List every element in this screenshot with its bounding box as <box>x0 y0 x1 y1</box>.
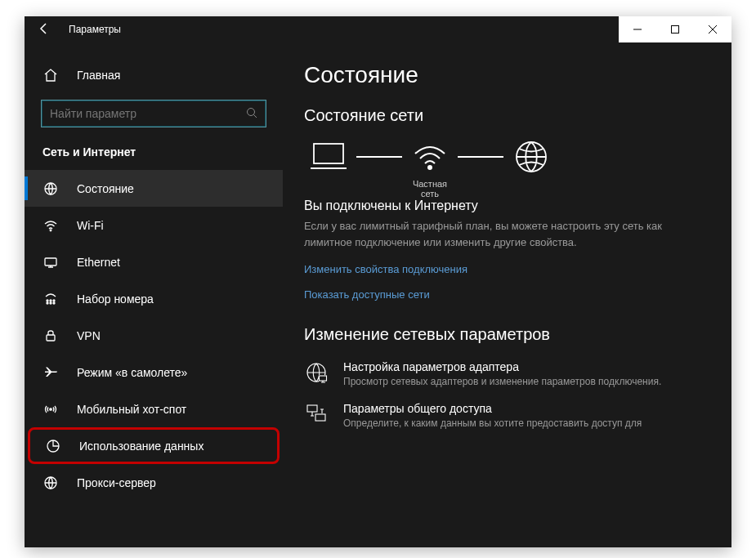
content: Состояние Состояние сети Частная сеть <box>283 42 731 547</box>
svg-point-12 <box>53 302 55 304</box>
diagram-line <box>458 156 503 158</box>
pc-icon <box>309 140 348 174</box>
svg-point-18 <box>428 166 432 169</box>
nav-status[interactable]: Состояние <box>25 170 283 207</box>
minimize-button[interactable] <box>619 16 656 42</box>
home-icon <box>42 67 59 83</box>
sidebar-home-label: Главная <box>77 69 120 82</box>
nav-wifi[interactable]: Wi-Fi <box>25 207 283 243</box>
nav-hotspot[interactable]: Мобильный хот-спот <box>25 391 283 427</box>
opt-title: Параметры общего доступа <box>343 402 642 415</box>
svg-point-2 <box>248 108 255 115</box>
nav-label: Режим «в самолете» <box>77 366 187 379</box>
network-diagram <box>309 140 710 174</box>
nav-proxy[interactable]: Прокси-сервер <box>25 464 283 501</box>
adapter-icon <box>304 360 329 385</box>
svg-point-5 <box>50 230 51 231</box>
window-controls <box>619 16 731 42</box>
link-change-properties[interactable]: Изменить свойства подключения <box>304 263 710 275</box>
nav-label: Wi-Fi <box>77 219 104 232</box>
page-title: Состояние <box>304 62 710 88</box>
vpn-icon <box>42 328 59 344</box>
svg-point-11 <box>50 302 51 304</box>
proxy-icon <box>42 475 59 491</box>
nav-label: VPN <box>77 329 101 342</box>
nav-airplane[interactable]: Режим «в самолете» <box>25 354 283 391</box>
link-show-networks[interactable]: Показать доступные сети <box>304 288 710 301</box>
nav-ethernet[interactable]: Ethernet <box>25 243 283 280</box>
sidebar: Главная Сеть и Интернет Состояние Wi-Fi <box>25 42 283 547</box>
svg-rect-13 <box>47 335 55 341</box>
window-title: Параметры <box>69 24 121 35</box>
maximize-button[interactable] <box>656 16 694 42</box>
nav-data-usage[interactable]: Использование данных <box>28 427 280 464</box>
close-button[interactable] <box>694 16 731 42</box>
svg-rect-17 <box>314 144 343 163</box>
option-adapter[interactable]: Настройка параметров адаптера Просмотр с… <box>304 360 710 389</box>
svg-point-14 <box>50 408 51 409</box>
diagram-line <box>356 156 402 158</box>
airplane-icon <box>42 364 59 381</box>
ethernet-icon <box>42 254 59 270</box>
search-box[interactable] <box>41 100 266 127</box>
connected-heading: Вы подключены к Интернету <box>304 199 710 213</box>
opt-desc: Просмотр сетевых адаптеров и изменение п… <box>343 375 661 389</box>
nav-dialup[interactable]: Набор номера <box>25 280 283 317</box>
globe-icon <box>512 140 551 174</box>
section-network-status: Состояние сети <box>304 106 710 125</box>
sidebar-home[interactable]: Главная <box>25 57 283 93</box>
wifi-net-icon <box>410 140 450 174</box>
search-input[interactable] <box>50 107 246 120</box>
opt-title: Настройка параметров адаптера <box>343 360 661 373</box>
nav-label: Прокси-сервер <box>77 476 156 489</box>
hotspot-icon <box>42 401 59 417</box>
net-type-label: Частная сеть <box>405 179 454 199</box>
nav-label: Мобильный хот-спот <box>77 403 186 416</box>
nav-label: Состояние <box>77 182 134 195</box>
status-icon <box>42 181 59 197</box>
svg-rect-24 <box>315 414 325 421</box>
back-button[interactable] <box>31 22 57 38</box>
search-icon <box>246 107 257 121</box>
nav-list: Состояние Wi-Fi Ethernet Набор номера VP… <box>25 170 283 547</box>
settings-window: Параметры Главная Сеть и Интернет <box>25 16 731 547</box>
option-sharing[interactable]: Параметры общего доступа Определите, к к… <box>304 402 710 431</box>
opt-desc: Определите, к каким данным вы хотите пре… <box>343 417 642 431</box>
svg-rect-1 <box>672 26 679 33</box>
svg-line-3 <box>254 114 257 118</box>
diagram-labels: Частная сеть <box>309 179 710 199</box>
section-change-settings: Изменение сетевых параметров <box>304 325 710 344</box>
nav-label: Использование данных <box>79 440 204 453</box>
connected-text: Если у вас лимитный тарифный план, вы мо… <box>304 218 664 250</box>
datausage-icon <box>45 438 61 454</box>
nav-label: Ethernet <box>77 256 120 269</box>
svg-rect-6 <box>45 258 56 266</box>
svg-rect-23 <box>307 405 317 412</box>
sidebar-category: Сеть и Интернет <box>25 142 283 170</box>
titlebar: Параметры <box>25 16 731 42</box>
svg-point-7 <box>47 300 48 301</box>
sharing-icon <box>304 402 329 426</box>
svg-point-8 <box>50 300 51 301</box>
body: Главная Сеть и Интернет Состояние Wi-Fi <box>25 42 731 547</box>
svg-point-9 <box>53 300 55 301</box>
dialup-icon <box>42 291 59 307</box>
nav-vpn[interactable]: VPN <box>25 317 283 354</box>
nav-label: Набор номера <box>77 292 154 306</box>
wifi-icon <box>42 217 59 234</box>
svg-point-10 <box>47 302 48 304</box>
